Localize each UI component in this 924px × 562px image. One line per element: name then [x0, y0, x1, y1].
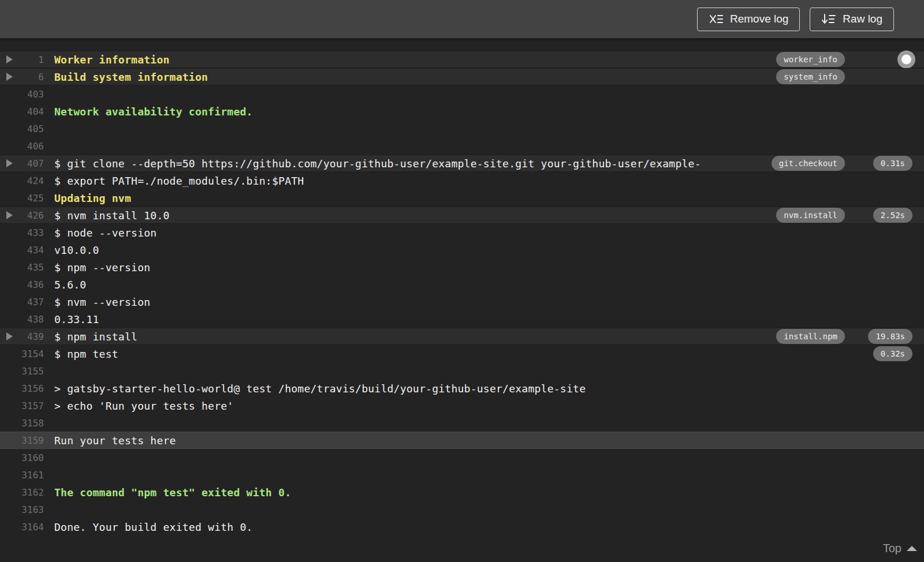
line-number[interactable]: 3158	[0, 418, 44, 429]
remove-log-button[interactable]: Remove log	[697, 8, 800, 31]
fold-arrow-icon[interactable]	[6, 159, 13, 167]
line-number[interactable]: 433	[0, 227, 44, 238]
log-line: 426$ nvm install 10.0nvm.install2.52s	[0, 207, 924, 224]
line-number[interactable]: 405	[0, 123, 44, 134]
line-number[interactable]: 3157	[0, 400, 44, 411]
log-line: 439$ npm installinstall.npm19.83s	[0, 328, 924, 345]
stage-tag: git.checkout	[772, 156, 845, 171]
stage-tag: install.npm	[776, 329, 845, 344]
line-number[interactable]: 406	[0, 141, 44, 152]
top-link-label: Top	[883, 542, 901, 555]
log-line: 3162The command "npm test" exited with 0…	[0, 484, 924, 501]
log-line: 3155	[0, 362, 924, 380]
build-log: 1Worker informationworker_info6Build sys…	[0, 38, 924, 562]
line-number[interactable]: 438	[0, 314, 44, 325]
log-line: 425Updating nvm	[0, 189, 924, 207]
line-text: Build system information	[54, 71, 208, 83]
line-text: > echo 'Run your tests here'	[54, 400, 233, 412]
line-number[interactable]: 403	[0, 89, 44, 100]
line-text: 0.33.11	[54, 313, 99, 325]
log-line: 4380.33.11	[0, 310, 924, 328]
line-text: $ node --version	[54, 227, 157, 239]
line-text: $ npm install	[54, 331, 137, 343]
line-text: $ npm test	[54, 348, 118, 360]
log-line: 3160	[0, 449, 924, 466]
line-number[interactable]: 404	[0, 106, 44, 117]
log-line: 3154$ npm test0.32s	[0, 345, 924, 362]
line-number[interactable]: 435	[0, 262, 44, 273]
log-line: 3164Done. Your build exited with 0.	[0, 518, 924, 535]
stage-tag: nvm.install	[776, 208, 845, 223]
fold-arrow-icon[interactable]	[6, 73, 13, 81]
log-line: 437$ nvm --version	[0, 293, 924, 310]
line-number[interactable]: 3160	[0, 452, 44, 463]
follow-log-button[interactable]	[897, 51, 915, 69]
log-line: 3161	[0, 466, 924, 484]
line-number[interactable]: 3156	[0, 383, 44, 394]
raw-log-icon	[821, 12, 836, 26]
line-text: Updating nvm	[54, 192, 131, 204]
line-number[interactable]: 3159	[0, 435, 44, 446]
line-text: Worker information	[54, 54, 170, 66]
duration-badge: 0.31s	[873, 156, 912, 171]
top-arrow-icon	[907, 546, 917, 551]
line-text: $ nvm install 10.0	[54, 209, 170, 222]
log-line: 405	[0, 120, 924, 137]
line-text: $ npm --version	[54, 261, 150, 273]
line-number[interactable]: 3163	[0, 504, 44, 515]
log-line: 424$ export PATH=./node_modules/.bin:$PA…	[0, 172, 924, 189]
stage-tag: system_info	[776, 69, 845, 84]
line-number[interactable]: 437	[0, 297, 44, 308]
log-line: 3159Run your tests here	[0, 432, 924, 449]
line-text: $ git clone --depth=50 https://github.co…	[54, 158, 701, 170]
line-text: 5.6.0	[54, 279, 86, 291]
line-number[interactable]: 434	[0, 245, 44, 256]
fold-arrow-icon[interactable]	[6, 211, 13, 219]
remove-log-icon	[709, 12, 724, 26]
line-text: Done. Your build exited with 0.	[54, 521, 253, 533]
log-line: 3156> gatsby-starter-hello-world@ test /…	[0, 380, 924, 397]
line-text: $ nvm --version	[54, 296, 150, 308]
log-line: 3157> echo 'Run your tests here'	[0, 397, 924, 414]
line-number[interactable]: 3162	[0, 487, 44, 498]
raw-log-button[interactable]: Raw log	[810, 8, 894, 31]
log-line: 434v10.0.0	[0, 241, 924, 258]
log-line: 406	[0, 137, 924, 155]
log-line: 3158	[0, 414, 924, 432]
log-line: 407$ git clone --depth=50 https://github…	[0, 155, 924, 172]
remove-log-label: Remove log	[730, 13, 788, 25]
log-lines: 1Worker informationworker_info6Build sys…	[0, 51, 924, 535]
line-number[interactable]: 3155	[0, 366, 44, 377]
duration-badge: 2.52s	[873, 208, 912, 223]
log-line: 1Worker informationworker_info	[0, 51, 924, 68]
log-line: 3163	[0, 501, 924, 518]
line-number[interactable]: 424	[0, 175, 44, 186]
log-line: 433$ node --version	[0, 224, 924, 241]
line-number[interactable]: 425	[0, 193, 44, 204]
duration-badge: 19.83s	[868, 329, 912, 344]
line-text: > gatsby-starter-hello-world@ test /home…	[54, 383, 586, 395]
line-number[interactable]: 3154	[0, 349, 44, 359]
log-line: 403	[0, 85, 924, 103]
stage-tag: worker_info	[776, 52, 845, 67]
line-text: v10.0.0	[54, 244, 99, 256]
raw-log-label: Raw log	[843, 13, 882, 25]
fold-arrow-icon[interactable]	[6, 332, 13, 340]
line-text: Network availability confirmed.	[54, 106, 253, 118]
follow-log-dot-icon	[901, 55, 911, 65]
log-line: 404Network availability confirmed.	[0, 103, 924, 120]
line-text: The command "npm test" exited with 0.	[54, 486, 291, 499]
log-line: 6Build system informationsystem_info	[0, 68, 924, 85]
line-number[interactable]: 3164	[0, 522, 44, 533]
top-link[interactable]: Top	[883, 542, 917, 555]
toolbar: Remove log Raw log	[0, 0, 924, 38]
duration-badge: 0.32s	[873, 346, 912, 361]
fold-arrow-icon[interactable]	[6, 55, 13, 63]
line-number[interactable]: 436	[0, 279, 44, 290]
line-number[interactable]: 3161	[0, 470, 44, 481]
line-text: $ export PATH=./node_modules/.bin:$PATH	[54, 175, 304, 187]
log-line: 4365.6.0	[0, 276, 924, 293]
line-text: Run your tests here	[54, 434, 176, 447]
log-line: 435$ npm --version	[0, 258, 924, 276]
